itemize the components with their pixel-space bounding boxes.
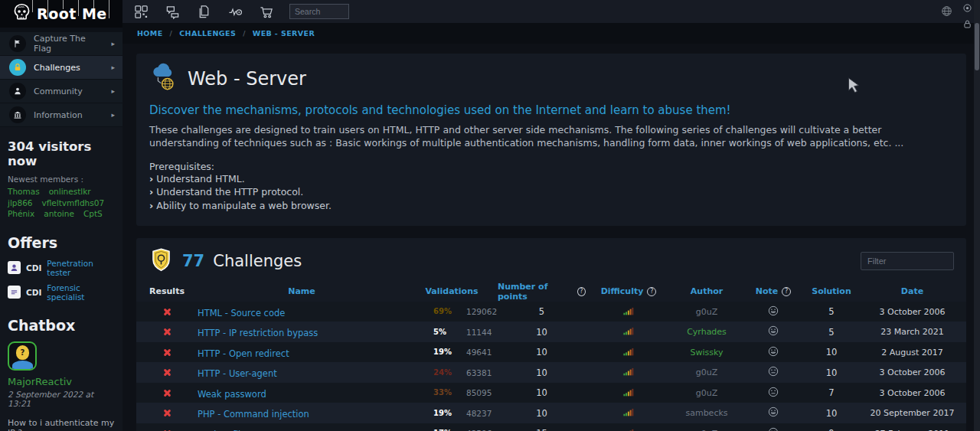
validation-percentage: 5% xyxy=(433,328,446,336)
member-link[interactable]: antoine xyxy=(44,209,74,219)
logo[interactable]: Root Me xyxy=(0,0,122,28)
help-icon[interactable]: ? xyxy=(782,287,791,296)
breadcrumb-link-home[interactable]: HOME xyxy=(137,29,163,38)
scrollbar-track xyxy=(974,0,980,431)
menu-item-label: Challenges xyxy=(34,63,103,73)
sidebar-item-information[interactable]: Information▸ xyxy=(0,103,122,127)
member-link[interactable]: vfleltvmfldhs07 xyxy=(42,198,105,208)
grin-face-icon xyxy=(768,406,779,420)
validation-pill: 19% xyxy=(431,346,466,358)
table-body: HTML - Source code69%1290625g0uZ53 Octob… xyxy=(136,302,966,431)
globe-icon[interactable] xyxy=(941,5,952,20)
neutral-face-icon xyxy=(768,365,779,380)
validations-cell: 17%42596 xyxy=(406,427,498,431)
challenges-count: 77 xyxy=(182,252,204,270)
activity-icon[interactable] xyxy=(227,3,243,20)
name-cell: HTML - Source code xyxy=(198,305,406,319)
note-cell xyxy=(742,345,805,360)
column-header-label: Name xyxy=(288,286,315,296)
scrollbar-thumb[interactable] xyxy=(975,23,979,70)
chevron-bullet-icon: › xyxy=(149,186,153,198)
forum-icon[interactable] xyxy=(164,3,181,20)
table-row: HTML - Source code69%1290625g0uZ53 Octob… xyxy=(136,302,966,322)
difficulty-cell xyxy=(586,426,671,431)
sidebar-item-capture-the-flag[interactable]: Capture The Flag▸ xyxy=(0,32,122,56)
member-link[interactable]: Thomas xyxy=(8,187,40,197)
topbar xyxy=(122,0,980,23)
breadcrumb: HOME/CHALLENGES/WEB - SERVER xyxy=(122,23,980,44)
validation-percentage: 24% xyxy=(433,368,452,377)
chevron-bullet-icon: › xyxy=(149,200,153,211)
member-link[interactable]: jlp866 xyxy=(8,198,33,208)
validations-cell: 69%129062 xyxy=(406,305,498,318)
sidebar-item-community[interactable]: Community▸ xyxy=(0,80,122,103)
cart-icon[interactable] xyxy=(258,3,275,20)
name-cell: Weak password xyxy=(198,386,406,400)
person-icon xyxy=(9,83,26,100)
validation-pill: 19% xyxy=(431,407,466,420)
sidebar-menu: Capture The Flag▸Challenges▸Community▸In… xyxy=(0,28,122,127)
challenge-link[interactable]: PHP - Command injection xyxy=(198,409,309,420)
column-header-label: Difficulty xyxy=(601,286,644,296)
difficulty-cell xyxy=(586,305,671,319)
author-cell[interactable]: Cyrhades xyxy=(671,327,742,337)
avatar-head-icon: ? xyxy=(16,345,29,360)
points-cell: 10 xyxy=(498,367,586,378)
note-cell xyxy=(742,426,805,431)
solution-cell: 10 xyxy=(805,347,858,358)
difficulty-icon xyxy=(623,406,635,420)
red-cross-icon xyxy=(163,308,172,316)
member-link[interactable]: Phénix xyxy=(8,209,34,219)
challenge-link[interactable]: HTTP - IP restriction bypass xyxy=(198,328,318,338)
prerequisite-item: ›Understand HTML. xyxy=(149,172,953,185)
column-header-author: Author xyxy=(671,286,742,296)
note-cell xyxy=(742,305,805,319)
author-cell: sambecks xyxy=(671,408,742,418)
breadcrumb-separator: / xyxy=(243,29,246,38)
breadcrumb-link-web-server[interactable]: WEB - SERVER xyxy=(253,29,315,38)
neutral-face-icon xyxy=(768,386,779,400)
chat-message: How to i authenticate my IP ? xyxy=(8,418,115,431)
member-link[interactable]: CptS xyxy=(83,209,103,219)
help-icon[interactable]: ? xyxy=(647,287,656,296)
red-cross-icon xyxy=(163,328,172,336)
challenge-link[interactable]: HTML - Source code xyxy=(198,308,285,318)
breadcrumb-link-challenges[interactable]: CHALLENGES xyxy=(179,29,236,38)
help-icon[interactable]: ? xyxy=(577,287,586,296)
offer-link[interactable]: Forensic specialist xyxy=(47,283,115,302)
offer-link[interactable]: Penetration tester xyxy=(47,259,115,277)
name-cell: HTTP - User-agent xyxy=(198,365,406,380)
validations-cell: 19%49641 xyxy=(406,346,498,358)
validation-percentage: 69% xyxy=(433,307,452,315)
challenge-link[interactable]: HTTP - User-agent xyxy=(198,368,277,379)
documents-icon[interactable] xyxy=(195,3,212,20)
intro-panel: Web - Server Discover the mechanisms, pr… xyxy=(136,54,966,226)
lock-icon[interactable] xyxy=(962,18,972,32)
date-cell: 3 October 2006 xyxy=(858,388,966,398)
avatar[interactable]: ? xyxy=(8,341,37,371)
red-cross-icon xyxy=(163,389,172,397)
filter-input[interactable] xyxy=(861,252,954,270)
member-link[interactable]: onlinestlkr xyxy=(49,187,91,197)
author-cell: g0uZ xyxy=(671,429,742,431)
chat-username[interactable]: MajorReactiv xyxy=(8,376,115,387)
result-cell xyxy=(136,406,198,420)
pentest-offer-icon xyxy=(8,261,21,274)
forensic-offer-icon xyxy=(8,286,21,299)
validation-percentage: 33% xyxy=(433,388,452,397)
author-cell[interactable]: Swissky xyxy=(671,348,742,358)
difficulty-cell xyxy=(586,406,671,420)
difficulty-cell xyxy=(586,345,671,360)
sidebar-item-challenges[interactable]: Challenges▸ xyxy=(0,56,122,80)
difficulty-icon xyxy=(623,305,635,319)
screenshot-icon[interactable] xyxy=(132,3,149,20)
search-input[interactable] xyxy=(289,4,349,19)
challenge-link[interactable]: HTTP - Open redirect xyxy=(198,348,289,359)
red-cross-icon xyxy=(163,409,172,417)
main-area: HOME/CHALLENGES/WEB - SERVER Web - Serve… xyxy=(122,0,980,431)
author-cell: g0uZ xyxy=(671,388,742,398)
name-cell: PHP - Command injection xyxy=(198,406,406,420)
target-icon[interactable] xyxy=(962,2,972,16)
challenge-link[interactable]: Weak password xyxy=(198,389,266,400)
column-header-label: Results xyxy=(149,286,185,296)
